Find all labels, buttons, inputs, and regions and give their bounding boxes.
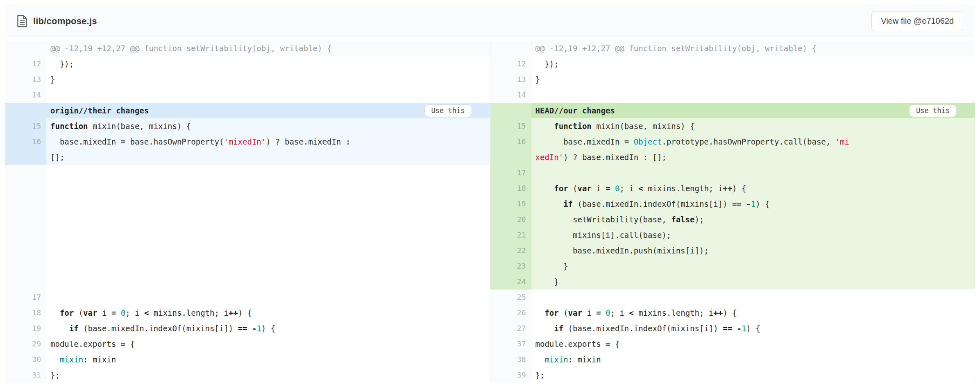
- code-token: ++: [713, 308, 723, 317]
- code-line: };: [531, 367, 975, 383]
- code-line-row: 23 }: [490, 258, 975, 274]
- code-token: Object: [634, 137, 662, 146]
- code-line-row: 25: [490, 289, 975, 305]
- line-number: 18: [5, 305, 46, 321]
- code-token: function: [554, 122, 592, 131]
- code-token: if: [69, 324, 79, 333]
- code-line-row: 17: [490, 165, 975, 181]
- parallel-diff: @@ -12,19 +12,27 @@ function setWritabil…: [5, 37, 975, 383]
- code-line-row: 15 function mixin(base, mixins) {: [490, 118, 975, 134]
- code-line: if (base.mixedIn.indexOf(mixins[i]) == -…: [531, 321, 975, 336]
- use-this-button[interactable]: Use this: [424, 104, 472, 117]
- code-token: var: [568, 308, 582, 317]
- code-line: });: [531, 56, 975, 72]
- code-line-row: 19 if (base.mixedIn.indexOf(mixins[i]) =…: [5, 321, 490, 336]
- line-number: 17: [490, 165, 531, 181]
- code-line-row: 18 for (var i = 0; i < mixins.length; i+…: [490, 181, 975, 196]
- code-token: 0: [121, 308, 125, 317]
- code-line: [46, 87, 490, 103]
- line-number: 39: [490, 367, 531, 383]
- code-token: =: [624, 137, 629, 146]
- code-token: xedIn': [535, 153, 564, 162]
- hunk-gutter: [5, 41, 46, 56]
- conflict-header: HEAD//our changesUse this: [531, 103, 975, 118]
- conflict-header-row: origin//their changesUse this: [5, 103, 490, 118]
- diff-pane-right: @@ -12,19 +12,27 @@ function setWritabil…: [490, 41, 975, 383]
- code-line-row: 22 base.mixedIn.push(mixins[i]);: [490, 243, 975, 258]
- line-number: 38: [490, 352, 531, 367]
- code-line: [531, 165, 975, 181]
- conflict-side-label: origin//their changes: [50, 103, 149, 118]
- line-number: 17: [5, 289, 46, 305]
- code-line: setWritability(base, false);: [531, 212, 975, 227]
- code-token: false: [671, 215, 694, 224]
- code-line: mixin: mixin: [46, 352, 490, 367]
- code-token: -: [737, 324, 741, 333]
- diff-pane-left: @@ -12,19 +12,27 @@ function setWritabil…: [5, 41, 490, 383]
- line-number: 24: [490, 274, 531, 289]
- code-line-row: 37module.exports = {: [490, 336, 975, 352]
- hunk-gutter: [490, 41, 531, 56]
- code-token: function: [50, 122, 88, 131]
- line-number: 29: [5, 336, 46, 352]
- hunk-header-text: @@ -12,19 +12,27 @@ function setWritabil…: [531, 41, 975, 56]
- line-number: 31: [5, 367, 46, 383]
- conflict-gutter: [5, 103, 46, 118]
- code-line-row: 15function mixin(base, mixins) {: [5, 118, 490, 134]
- file-document-icon: [17, 15, 27, 27]
- line-number: 12: [490, 56, 531, 72]
- code-token: <: [638, 184, 643, 193]
- code-line: if (base.mixedIn.indexOf(mixins[i]) == -…: [531, 196, 975, 212]
- code-token: for: [544, 308, 558, 317]
- code-token: mixin: [544, 355, 568, 364]
- code-line: module.exports = {: [531, 336, 975, 352]
- use-this-button[interactable]: Use this: [909, 104, 957, 117]
- code-token: =: [111, 308, 116, 317]
- code-line-row: 14: [5, 87, 490, 103]
- code-line-row: 16 base.mixedIn = Object.prototype.hasOw…: [490, 134, 975, 165]
- code-line-row: 18 for (var i = 0; i < mixins.length; i+…: [5, 305, 490, 321]
- line-number: 25: [490, 289, 531, 305]
- spacer-content: [46, 165, 490, 289]
- line-number: 20: [490, 212, 531, 227]
- code-line: }: [531, 72, 975, 87]
- code-line: }: [531, 258, 975, 274]
- code-line-row: 30 mixin: mixin: [5, 352, 490, 367]
- code-line: }: [531, 274, 975, 289]
- code-line: [46, 289, 490, 305]
- code-line: base.mixedIn = Object.prototype.hasOwnPr…: [531, 134, 975, 165]
- code-token: ==: [238, 324, 247, 333]
- line-number: 14: [5, 87, 46, 103]
- line-number: 19: [490, 196, 531, 212]
- conflict-gutter: [490, 103, 531, 118]
- code-token: ==: [732, 199, 742, 208]
- code-line: });: [46, 56, 490, 72]
- code-line: };: [46, 367, 490, 383]
- code-token: =: [606, 339, 610, 348]
- file-diff-container: lib/compose.js View file @e71062d @@ -12…: [5, 5, 975, 383]
- code-token: for: [554, 184, 568, 193]
- code-token: 1: [751, 199, 755, 208]
- code-token: <: [144, 308, 149, 317]
- code-line: module.exports = {: [46, 336, 490, 352]
- code-line: [531, 289, 975, 305]
- code-token: mixin: [60, 355, 83, 364]
- code-token: 0: [615, 184, 619, 193]
- code-line-row: 39};: [490, 367, 975, 383]
- code-line: base.mixedIn = base.hasOwnProperty('mixe…: [46, 134, 490, 165]
- code-line: function mixin(base, mixins) {: [46, 118, 490, 134]
- code-line-row: 24 }: [490, 274, 975, 289]
- hunk-header-row: @@ -12,19 +12,27 @@ function setWritabil…: [5, 41, 490, 56]
- line-number: 16: [490, 134, 531, 165]
- spacer-gutter: [5, 165, 46, 289]
- view-file-button[interactable]: View file @e71062d: [871, 11, 963, 31]
- code-line-row: 31};: [5, 367, 490, 383]
- code-line: for (var i = 0; i < mixins.length; i++) …: [531, 305, 975, 321]
- file-title: lib/compose.js: [33, 16, 97, 27]
- code-line-row: 14: [490, 87, 975, 103]
- line-number: 18: [490, 181, 531, 196]
- code-line: for (var i = 0; i < mixins.length; i++) …: [531, 181, 975, 196]
- code-line-row: 20 setWritability(base, false);: [490, 212, 975, 227]
- code-token: =: [121, 137, 125, 146]
- code-line-row: 13}: [5, 72, 490, 87]
